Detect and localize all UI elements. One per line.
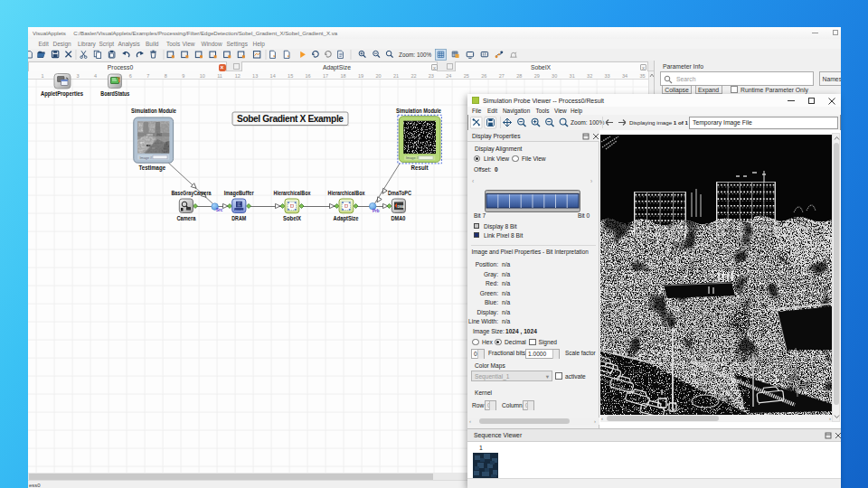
svg-text:Sobel Gradient X Example: Sobel Gradient X Example: [237, 114, 344, 124]
svg-text:BoardStatus: BoardStatus: [100, 90, 129, 97]
svg-text:Prb: Prb: [373, 209, 380, 213]
svg-text:DmaToPC: DmaToPC: [388, 190, 411, 196]
svg-text:ImageBuffer: ImageBuffer: [224, 190, 254, 197]
svg-text:DMA0: DMA0: [392, 215, 406, 221]
svg-text:Simulation Module: Simulation Module: [131, 108, 176, 114]
svg-text:Zoom: 100%: Zoom: 100%: [571, 119, 605, 126]
svg-text:Simulation Module: Simulation Module: [396, 108, 441, 114]
svg-text:DRAM: DRAM: [231, 215, 246, 221]
svg-text:SobelX: SobelX: [283, 215, 302, 221]
svg-text:BUFFER: BUFFER: [235, 209, 244, 211]
svg-text:Temporary Image File: Temporary Image File: [693, 119, 752, 127]
svg-text:AdaptSize: AdaptSize: [334, 215, 359, 222]
svg-text:DMA: DMA: [398, 205, 405, 209]
svg-text:TestImage: TestImage: [139, 164, 166, 172]
svg-text:Image #: Image #: [140, 156, 154, 160]
svg-text:HierarchicalBox: HierarchicalBox: [274, 190, 311, 196]
svg-text:Src: Src: [216, 208, 223, 212]
svg-text:Displaying image 1 of 1: Displaying image 1 of 1: [629, 119, 689, 126]
svg-text:AppletProperties: AppletProperties: [41, 90, 83, 98]
svg-text:Image #: Image #: [406, 156, 420, 160]
svg-text:Camera: Camera: [176, 215, 195, 221]
svg-text:BaseGrayCamera: BaseGrayCamera: [172, 190, 212, 197]
svg-text:Result: Result: [411, 164, 429, 171]
svg-text:Zoom: 100%: Zoom: 100%: [399, 52, 432, 58]
svg-text:HierarchicalBox: HierarchicalBox: [328, 190, 365, 196]
